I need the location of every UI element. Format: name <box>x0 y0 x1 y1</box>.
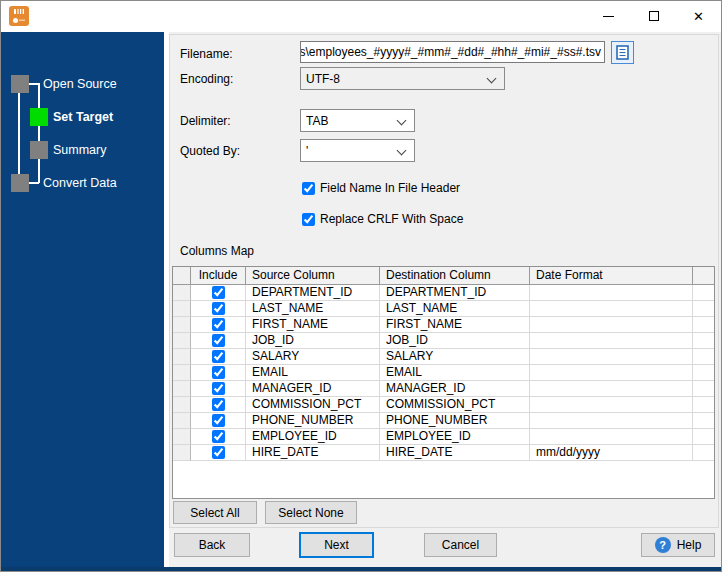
date-format-cell[interactable] <box>530 381 693 397</box>
date-format-cell[interactable] <box>530 413 693 429</box>
header-destination[interactable]: Destination Column <box>380 267 530 285</box>
include-checkbox[interactable] <box>212 350 225 363</box>
date-format-cell[interactable]: mm/dd/yyyy <box>530 445 693 461</box>
source-column-cell[interactable]: DEPARTMENT_ID <box>246 285 380 301</box>
browse-file-button[interactable] <box>611 41 634 64</box>
table-row[interactable]: HIRE_DATE HIRE_DATE mm/dd/yyyy <box>173 445 714 461</box>
row-selector-cell[interactable] <box>173 365 191 381</box>
sidebar-step-open-source[interactable]: Open Source <box>43 75 117 93</box>
sidebar-step-summary[interactable]: Summary <box>53 141 106 159</box>
destination-column-cell[interactable]: LAST_NAME <box>380 301 530 317</box>
include-cell[interactable] <box>191 429 246 445</box>
table-row[interactable]: EMPLOYEE_ID EMPLOYEE_ID <box>173 429 714 445</box>
replace-crlf-checkbox[interactable] <box>302 213 315 226</box>
row-selector-cell[interactable] <box>173 349 191 365</box>
select-none-button[interactable]: Select None <box>265 501 357 524</box>
date-format-cell[interactable] <box>530 365 693 381</box>
close-button[interactable]: ✕ <box>676 1 721 31</box>
include-checkbox[interactable] <box>212 414 225 427</box>
minimize-button[interactable] <box>586 1 631 31</box>
header-date-format[interactable]: Date Format <box>530 267 693 285</box>
source-column-cell[interactable]: EMPLOYEE_ID <box>246 429 380 445</box>
destination-column-cell[interactable]: EMPLOYEE_ID <box>380 429 530 445</box>
date-format-cell[interactable] <box>530 333 693 349</box>
table-row[interactable]: COMMISSION_PCT COMMISSION_PCT <box>173 397 714 413</box>
destination-column-cell[interactable]: FIRST_NAME <box>380 317 530 333</box>
row-selector-cell[interactable] <box>173 317 191 333</box>
date-format-cell[interactable] <box>530 349 693 365</box>
include-cell[interactable] <box>191 365 246 381</box>
table-row[interactable]: SALARY SALARY <box>173 349 714 365</box>
next-button[interactable]: Next <box>299 532 374 558</box>
source-column-cell[interactable]: EMAIL <box>246 365 380 381</box>
include-checkbox[interactable] <box>212 302 225 315</box>
quoted-by-select[interactable]: ' <box>300 139 415 162</box>
maximize-button[interactable] <box>631 1 676 31</box>
include-cell[interactable] <box>191 333 246 349</box>
destination-column-cell[interactable]: MANAGER_ID <box>380 381 530 397</box>
include-cell[interactable] <box>191 317 246 333</box>
replace-crlf-checkbox-row[interactable]: Replace CRLF With Space <box>302 212 463 226</box>
include-cell[interactable] <box>191 301 246 317</box>
header-include[interactable]: Include <box>191 267 246 285</box>
row-selector-cell[interactable] <box>173 429 191 445</box>
row-selector-cell[interactable] <box>173 397 191 413</box>
field-name-header-checkbox-row[interactable]: Field Name In File Header <box>302 181 460 195</box>
include-checkbox[interactable] <box>212 318 225 331</box>
include-cell[interactable] <box>191 413 246 429</box>
encoding-select[interactable]: UTF-8 <box>300 67 505 90</box>
include-checkbox[interactable] <box>212 382 225 395</box>
header-source[interactable]: Source Column <box>246 267 380 285</box>
destination-column-cell[interactable]: JOB_ID <box>380 333 530 349</box>
source-column-cell[interactable]: FIRST_NAME <box>246 317 380 333</box>
include-checkbox[interactable] <box>212 366 225 379</box>
source-column-cell[interactable]: PHONE_NUMBER <box>246 413 380 429</box>
destination-column-cell[interactable]: PHONE_NUMBER <box>380 413 530 429</box>
sidebar-step-convert-data[interactable]: Convert Data <box>43 174 117 192</box>
include-checkbox[interactable] <box>212 398 225 411</box>
help-button[interactable]: ? Help <box>641 533 715 557</box>
include-checkbox[interactable] <box>212 430 225 443</box>
destination-column-cell[interactable]: EMAIL <box>380 365 530 381</box>
source-column-cell[interactable]: SALARY <box>246 349 380 365</box>
source-column-cell[interactable]: HIRE_DATE <box>246 445 380 461</box>
row-selector-cell[interactable] <box>173 445 191 461</box>
date-format-cell[interactable] <box>530 429 693 445</box>
table-row[interactable]: PHONE_NUMBER PHONE_NUMBER <box>173 413 714 429</box>
select-all-button[interactable]: Select All <box>173 501 257 524</box>
include-cell[interactable] <box>191 349 246 365</box>
include-cell[interactable] <box>191 381 246 397</box>
destination-column-cell[interactable]: DEPARTMENT_ID <box>380 285 530 301</box>
source-column-cell[interactable]: JOB_ID <box>246 333 380 349</box>
table-row[interactable]: LAST_NAME LAST_NAME <box>173 301 714 317</box>
source-column-cell[interactable]: MANAGER_ID <box>246 381 380 397</box>
table-row[interactable]: EMAIL EMAIL <box>173 365 714 381</box>
row-selector-cell[interactable] <box>173 413 191 429</box>
back-button[interactable]: Back <box>174 533 250 557</box>
cancel-button[interactable]: Cancel <box>424 533 497 557</box>
include-cell[interactable] <box>191 285 246 301</box>
table-row[interactable]: JOB_ID JOB_ID <box>173 333 714 349</box>
source-column-cell[interactable]: COMMISSION_PCT <box>246 397 380 413</box>
include-cell[interactable] <box>191 445 246 461</box>
destination-column-cell[interactable]: HIRE_DATE <box>380 445 530 461</box>
source-column-cell[interactable]: LAST_NAME <box>246 301 380 317</box>
table-row[interactable]: DEPARTMENT_ID DEPARTMENT_ID <box>173 285 714 301</box>
row-selector-cell[interactable] <box>173 285 191 301</box>
row-selector-cell[interactable] <box>173 333 191 349</box>
field-name-header-checkbox[interactable] <box>302 182 315 195</box>
table-row[interactable]: MANAGER_ID MANAGER_ID <box>173 381 714 397</box>
filename-input[interactable]: ts\employees_#yyyy#_#mm#_#dd#_#hh#_#mi#_… <box>300 41 605 63</box>
date-format-cell[interactable] <box>530 285 693 301</box>
destination-column-cell[interactable]: SALARY <box>380 349 530 365</box>
table-row[interactable]: FIRST_NAME FIRST_NAME <box>173 317 714 333</box>
destination-column-cell[interactable]: COMMISSION_PCT <box>380 397 530 413</box>
include-cell[interactable] <box>191 397 246 413</box>
include-checkbox[interactable] <box>212 334 225 347</box>
delimiter-select[interactable]: TAB <box>300 109 415 132</box>
date-format-cell[interactable] <box>530 317 693 333</box>
row-selector-cell[interactable] <box>173 301 191 317</box>
include-checkbox[interactable] <box>212 286 225 299</box>
date-format-cell[interactable] <box>530 301 693 317</box>
sidebar-step-set-target[interactable]: Set Target <box>53 108 113 126</box>
